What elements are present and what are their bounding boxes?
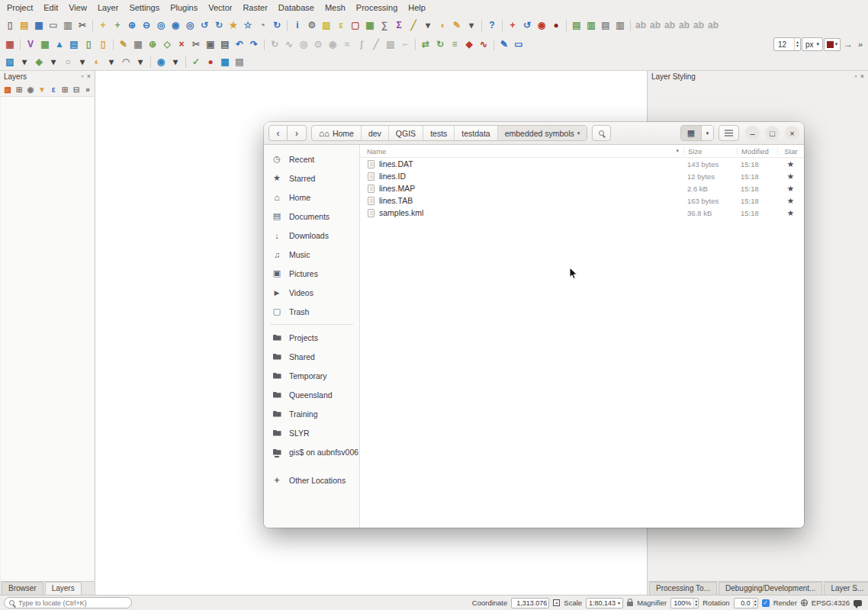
first-aid-icon[interactable]: + <box>506 18 519 32</box>
breadcrumb-testdata[interactable]: testdata <box>455 126 497 140</box>
rotation-spinbox[interactable]: 0.0 ▴ ▾ <box>734 598 758 608</box>
pan-to-selection-icon[interactable]: + <box>111 18 124 32</box>
star-icon[interactable]: ★ <box>777 159 804 169</box>
misc-tool-icon[interactable]: ▤ <box>233 55 246 69</box>
menu-database[interactable]: Database <box>273 2 320 14</box>
menu-vector[interactable]: Vector <box>203 2 237 14</box>
statistics-icon[interactable]: Σ <box>392 18 406 32</box>
print-layout-icon[interactable]: ▭ <box>47 18 60 32</box>
open-attribute-table-icon[interactable]: ▦ <box>363 18 377 32</box>
table-row[interactable]: lines.TAB 163 bytes 15:18 ★ <box>360 194 804 207</box>
dock-tab[interactable]: Processing To... <box>649 582 717 595</box>
trim-extend-icon[interactable]: ⌐ <box>398 37 412 51</box>
sidebar-item-projects[interactable]: Projects <box>264 328 359 347</box>
dialog-headerbar[interactable]: ‹ › ⌂ Home dev QGIS tests testdata embed… <box>264 122 804 145</box>
measure-combo-icon[interactable]: ◆ <box>32 55 46 69</box>
table-row[interactable]: lines.DAT 143 bytes 15:18 ★ <box>360 158 804 170</box>
change-label-icon[interactable]: ab <box>706 18 720 32</box>
help-contents-icon[interactable]: ? <box>485 18 499 32</box>
measure-line-icon[interactable]: ╱ <box>407 18 420 32</box>
filter-legend-icon[interactable]: ▼ <box>37 84 47 95</box>
zoom-full-icon[interactable]: ◎ <box>154 18 168 32</box>
scale-combo[interactable]: 1:80,143 ▾ <box>586 598 623 608</box>
sidebar-item-starred[interactable]: Starred <box>264 169 359 188</box>
lock-scale-icon[interactable] <box>627 602 633 606</box>
quick-map-services-icon[interactable]: ▥ <box>584 18 598 32</box>
gps-toolbar-icon[interactable]: ◉ <box>154 55 168 69</box>
sidebar-item-temporary[interactable]: Temporary <box>264 366 359 385</box>
add-ring-icon[interactable]: ◎ <box>297 37 310 51</box>
zoom-to-selection-icon[interactable]: ◉ <box>169 18 182 32</box>
search-button[interactable] <box>592 125 611 141</box>
open-layer-styling-icon[interactable]: ▧ <box>2 84 13 95</box>
column-star[interactable]: Star <box>777 147 804 156</box>
pin-labels-icon[interactable]: ab <box>648 18 662 32</box>
manage-map-themes-icon[interactable]: ◉ <box>25 84 36 95</box>
float-panel-icon[interactable]: ▫ <box>855 73 857 80</box>
qtiles-icon[interactable]: ▤ <box>599 18 612 32</box>
close-panel-icon[interactable]: × <box>87 73 91 80</box>
move-feature-icon[interactable]: ⇄ <box>419 37 432 51</box>
identify-features-icon[interactable]: i <box>291 18 304 32</box>
font-color-button[interactable]: ▾ <box>824 38 841 51</box>
new-project-icon[interactable]: ▯ <box>3 18 17 32</box>
dock-tab[interactable]: Layer S... <box>824 582 868 595</box>
dock-tab[interactable]: Debugging/Development... <box>719 582 822 595</box>
column-modified[interactable]: Modified <box>737 147 777 156</box>
spin-down-icon[interactable]: ▾ <box>796 44 799 48</box>
sort-indicator-icon[interactable]: ▾ <box>676 148 679 154</box>
undo-icon[interactable]: ↶ <box>233 37 246 51</box>
add-group-icon[interactable]: ⊞ <box>14 84 24 95</box>
menu-layer[interactable]: Layer <box>92 2 124 14</box>
magnifier-spinbox[interactable]: 100% ▴ ▾ <box>670 598 699 608</box>
locator-input[interactable] <box>18 599 127 607</box>
add-feature-icon[interactable]: ⊕ <box>146 37 159 51</box>
maximize-button[interactable]: □ <box>765 126 780 140</box>
dock-tab[interactable]: Layers <box>45 582 82 595</box>
expand-all-icon[interactable]: ⊞ <box>59 84 70 95</box>
new-annotation-icon[interactable]: ✎ <box>450 18 464 32</box>
minimize-button[interactable]: – <box>745 126 760 140</box>
view-options-caret[interactable]: ▾ <box>701 126 713 140</box>
vertex-tool-icon[interactable]: ◇ <box>160 37 174 51</box>
zoom-last-icon[interactable]: ↺ <box>198 18 211 32</box>
menu-help[interactable]: Help <box>403 2 431 14</box>
render-checkbox[interactable]: ✓ <box>762 599 770 607</box>
font-size-stepper[interactable]: 12 ▴ ▾ <box>773 37 801 51</box>
multiedit-attributes-icon[interactable]: ≡ <box>448 37 461 51</box>
zoom-in-icon[interactable]: ⊕ <box>125 18 139 32</box>
show-bookmarks-icon[interactable]: ☆ <box>241 18 255 32</box>
open-project-icon[interactable]: ▤ <box>18 18 31 32</box>
layout-manager-icon[interactable]: ▥ <box>61 18 75 32</box>
text-annotation-icon[interactable]: ✎ <box>497 37 511 51</box>
coordinate-input[interactable] <box>513 599 547 607</box>
cut-features-icon[interactable]: ✂ <box>189 37 203 51</box>
error-inspector-icon[interactable]: ● <box>204 55 217 69</box>
selection-combo-icon[interactable]: ▨ <box>3 55 17 69</box>
style-manager-icon[interactable]: ✂ <box>76 18 89 32</box>
rotate-feature-icon[interactable]: ↻ <box>268 37 281 51</box>
sidebar-item-shared[interactable]: Shared <box>264 347 359 366</box>
overflow-icon[interactable]: » <box>82 84 93 95</box>
new-shapefile-icon[interactable]: ▯ <box>96 37 110 51</box>
spin-down-icon[interactable]: ▾ <box>695 603 697 607</box>
deselect-all-icon[interactable]: ▢ <box>349 18 362 32</box>
sidebar-item-videos[interactable]: Videos <box>264 283 359 302</box>
close-button[interactable]: × <box>785 126 799 140</box>
chevron-down-icon[interactable]: ▾ <box>47 55 60 69</box>
sidebar-item-downloads[interactable]: Downloads <box>264 226 359 245</box>
layers-tree[interactable] <box>1 96 94 581</box>
run-feature-action-icon[interactable]: ⚙ <box>305 18 319 32</box>
stepper-arrows[interactable]: ▴ ▾ <box>794 38 800 50</box>
filter-by-expression-icon[interactable]: ε <box>48 84 59 95</box>
select-features-icon[interactable]: ▨ <box>320 18 333 32</box>
dock-tab[interactable]: Browser <box>2 582 43 595</box>
rotate-label-icon[interactable]: ab <box>692 18 706 32</box>
stepper-arrows[interactable]: ▴ ▾ <box>753 599 757 608</box>
collapse-all-icon[interactable]: ⊟ <box>71 84 82 95</box>
grid-view-button[interactable]: ▦ <box>681 126 701 140</box>
sidebar-item-training[interactable]: Training <box>264 404 359 423</box>
menu-processing[interactable]: Processing <box>351 2 403 14</box>
paste-features-icon[interactable]: ▤ <box>218 37 232 51</box>
stepper-arrows[interactable]: ▴ ▾ <box>693 599 698 608</box>
